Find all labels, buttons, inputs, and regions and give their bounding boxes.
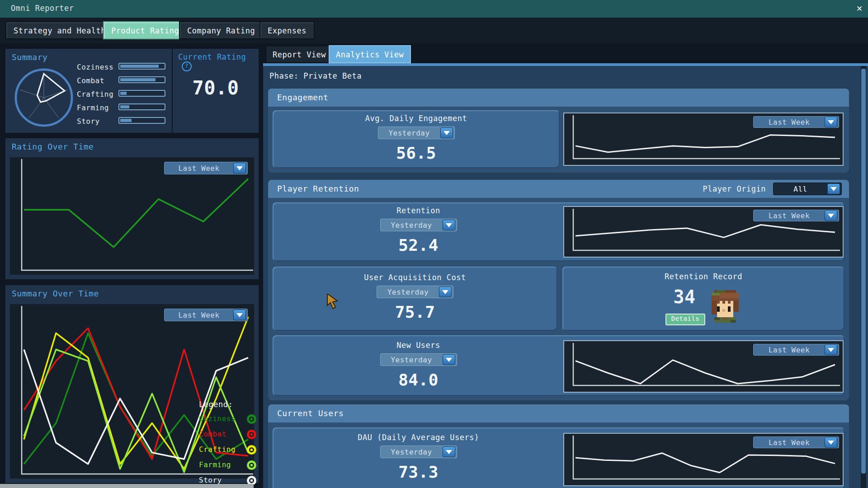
- summary-panel-title: Summary: [12, 52, 47, 62]
- tab-company-rating[interactable]: Company Rating: [179, 21, 263, 39]
- new-users-row-card: New Users Yesterday 84.0 Last Week: [273, 335, 844, 396]
- chevron-down-icon: [440, 127, 453, 138]
- stat-bar-coziness: [118, 63, 165, 70]
- metric-label: User Acquisition Cost: [273, 273, 557, 282]
- vertical-scrollbar-thumb[interactable]: [861, 69, 866, 474]
- rating-over-time-line: [10, 157, 254, 275]
- current-rating-value: 70.0: [173, 77, 259, 99]
- legend-item-farming: Farming: [199, 460, 262, 471]
- tab-product-rating[interactable]: Product Rating: [103, 21, 187, 39]
- summary-panel: Summary Coziness Combat Crafting Farming…: [5, 49, 172, 133]
- legend-item-combat: Combat: [199, 430, 262, 441]
- legend-marker-icon[interactable]: [247, 460, 256, 470]
- rating-range-dropdown[interactable]: Last Week: [164, 162, 248, 174]
- period-dropdown[interactable]: Yesterday: [380, 446, 457, 458]
- period-dropdown[interactable]: Yesterday: [380, 219, 457, 231]
- retention-record-label: Retention Record: [562, 272, 844, 281]
- player-retention-header: Player Retention Player Origin All: [268, 180, 849, 198]
- engagement-range-dropdown[interactable]: Last Week: [753, 116, 839, 128]
- chevron-down-icon: [233, 310, 246, 320]
- metric-value: 84.0: [273, 371, 564, 389]
- player-retention-section: Player Retention Player Origin All Reten…: [268, 180, 849, 400]
- period-dropdown[interactable]: Yesterday: [378, 127, 455, 139]
- chevron-down-icon: [439, 286, 452, 297]
- chevron-down-icon: [233, 163, 246, 174]
- stat-bar-combat: [118, 76, 165, 83]
- horizontal-scrollbar[interactable]: [0, 484, 254, 488]
- summary-over-time-panel: Summary Over Time Last Week Legend: Cozi…: [5, 285, 259, 483]
- chevron-down-icon: [443, 220, 455, 230]
- legend-marker-icon[interactable]: [247, 430, 256, 439]
- stat-label-combat: Combat: [77, 76, 104, 85]
- current-rating-panel: Current Rating? 70.0: [173, 49, 259, 133]
- chevron-down-icon: [825, 117, 837, 127]
- acquisition-card: User Acquisition Cost Yesterday 75.7: [273, 267, 557, 331]
- retention-record-value: 34: [662, 286, 707, 307]
- chevron-down-icon: [825, 344, 837, 355]
- metric-value: 52.4: [273, 236, 564, 254]
- chevron-down-icon: [443, 354, 455, 365]
- details-button[interactable]: Details: [665, 314, 705, 325]
- period-dropdown[interactable]: Yesterday: [380, 353, 457, 366]
- period-dropdown[interactable]: Yesterday: [377, 286, 453, 298]
- chevron-down-icon: [825, 437, 837, 448]
- new-users-range-dropdown[interactable]: Last Week: [753, 344, 839, 356]
- current-users-section: Current Users DAU (Daily Average Users) …: [268, 404, 849, 488]
- retention-chart: Last Week: [563, 206, 844, 258]
- stat-label-crafting: Crafting: [77, 90, 113, 99]
- summary-radar-chart: [10, 62, 78, 130]
- chevron-down-icon: [827, 183, 840, 194]
- dau-chart: Last Week: [563, 433, 844, 486]
- engagement-metric-card: Avg. Daily Engagement Yesterday 56.5: [273, 110, 560, 168]
- legend-title: Legend:: [199, 400, 233, 409]
- tab-expenses[interactable]: Expenses: [259, 21, 315, 39]
- dau-range-dropdown[interactable]: Last Week: [753, 436, 839, 448]
- summary-over-time-title: Summary Over Time: [12, 289, 99, 298]
- tab-analytics-view[interactable]: Analytics View: [329, 45, 411, 63]
- metric-value: 75.7: [273, 303, 557, 321]
- rating-over-time-title: Rating Over Time: [12, 142, 94, 151]
- tab-report-view[interactable]: Report View: [265, 45, 333, 63]
- chevron-down-icon: [825, 210, 837, 221]
- tab-strategy-and-health[interactable]: Strategy and Health: [5, 21, 114, 39]
- player-origin-dropdown[interactable]: All: [773, 183, 842, 195]
- legend-item-coziness: Coziness: [199, 414, 262, 425]
- metric-value: 56.5: [273, 144, 560, 162]
- mouse-cursor-icon: [326, 294, 340, 309]
- summary-range-dropdown[interactable]: Last Week: [164, 309, 248, 321]
- engagement-header: Engagement: [268, 89, 849, 107]
- title-bar: Omni Reporter ✕: [0, 0, 868, 18]
- top-tab-bar: Strategy and Health Product Rating Compa…: [0, 18, 868, 43]
- retention-range-dropdown[interactable]: Last Week: [753, 210, 839, 221]
- chevron-down-icon: [443, 446, 455, 457]
- rating-over-time-chart: Last Week: [10, 157, 254, 275]
- retention-row-card: Retention Yesterday 52.4 Last Week: [273, 202, 844, 261]
- metric-value: 73.3: [273, 463, 564, 481]
- stat-label-story: Story: [77, 117, 100, 126]
- help-icon[interactable]: ?: [182, 61, 192, 71]
- stat-bar-farming: [118, 103, 165, 110]
- metric-label: Retention: [273, 206, 564, 215]
- view-tab-underline: [263, 63, 868, 66]
- current-users-header: Current Users: [268, 404, 849, 422]
- phase-label: Phase: Private Beta: [269, 71, 362, 80]
- legend-marker-icon[interactable]: [247, 445, 256, 455]
- current-rating-title: Current Rating?: [178, 52, 259, 71]
- metric-label: Avg. Daily Engagement: [273, 114, 560, 123]
- new-users-chart: Last Week: [563, 340, 844, 393]
- stat-bar-story: [118, 117, 165, 124]
- summary-over-time-chart: Last Week Legend: Coziness Combat Crafti…: [10, 304, 254, 479]
- player-avatar: [709, 289, 741, 324]
- player-origin-label: Player Origin: [703, 184, 766, 193]
- metric-label: New Users: [273, 341, 564, 350]
- legend-marker-icon[interactable]: [247, 414, 256, 424]
- dau-row-card: DAU (Daily Average Users) Yesterday 73.3…: [273, 427, 844, 488]
- retention-record-card: Retention Record 34: [562, 267, 844, 331]
- stat-bar-crafting: [118, 90, 165, 97]
- close-icon[interactable]: ✕: [857, 3, 863, 14]
- stat-label-farming: Farming: [77, 103, 109, 112]
- rating-over-time-panel: Rating Over Time Last Week: [5, 138, 259, 279]
- metric-label: DAU (Daily Average Users): [273, 433, 564, 442]
- engagement-section: Engagement Avg. Daily Engagement Yesterd…: [268, 89, 849, 173]
- vertical-scrollbar[interactable]: [861, 66, 866, 488]
